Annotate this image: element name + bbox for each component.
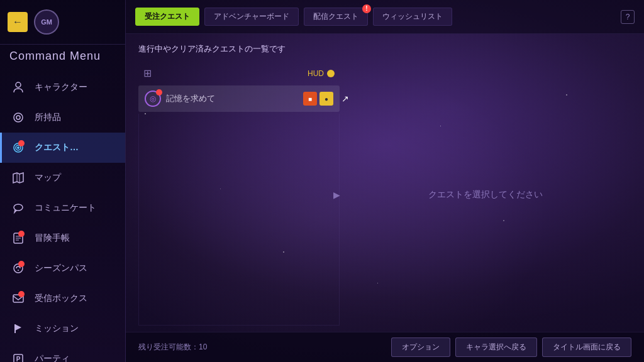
svg-point-5 <box>17 146 19 149</box>
sidebar-item-label: クエスト… <box>35 142 79 153</box>
sidebar-item-label: 所持品 <box>35 112 61 123</box>
quest-item-actions: ■ ● <box>303 92 333 106</box>
adventure-icon <box>9 229 27 247</box>
quest-icon <box>9 139 27 156</box>
sidebar-item-label: シーズンパス <box>35 263 87 274</box>
quest-scroll-area[interactable] <box>138 114 340 326</box>
sidebar: ← GM Command Menu キャラクター 所持品 <box>0 0 126 362</box>
quest-list: ⊞ HUD 記憶を求めて ■ ● <box>138 64 340 326</box>
sidebar-item-label: コミュニケート <box>35 202 96 214</box>
logo: GM <box>34 9 59 35</box>
sidebar-item-label: 受信ボックス <box>35 293 87 304</box>
grid-icon: ⊞ <box>143 67 152 79</box>
sidebar-item-label: ミッション <box>35 323 79 334</box>
sidebar-nav: キャラクター 所持品 クエスト… <box>0 72 125 362</box>
inbox-icon <box>9 290 27 307</box>
sidebar-item-inbox[interactable]: 受信ボックス <box>0 283 125 314</box>
hud-dot <box>327 70 335 77</box>
sidebar-item-season[interactable]: シーズンパス <box>0 253 125 283</box>
help-button[interactable]: ? <box>621 10 635 24</box>
character-icon <box>9 79 27 96</box>
quest-detail: ▶ クエストを選択してください <box>340 64 631 326</box>
back-button[interactable]: ← <box>8 12 28 32</box>
sidebar-item-party[interactable]: P パーティ <box>0 344 125 362</box>
page-title: Command Menu <box>0 45 125 72</box>
detail-placeholder: クエストを選択してください <box>428 189 543 200</box>
tab-delivery-quests[interactable]: 配信クエスト <box>304 8 368 26</box>
circle-button[interactable]: ● <box>319 92 333 106</box>
mission-icon <box>9 320 27 337</box>
inventory-icon <box>9 109 27 126</box>
svg-text:P: P <box>16 356 21 362</box>
quest-panel: ⊞ HUD 記憶を求めて ■ ● <box>138 64 631 326</box>
quest-badge <box>156 89 162 96</box>
svg-point-15 <box>18 270 19 271</box>
table-row[interactable]: 記憶を求めて ■ ● ↗ <box>138 85 340 112</box>
svg-marker-18 <box>15 324 21 331</box>
season-icon <box>9 260 27 277</box>
tab-wishlist[interactable]: ウィッシュリスト <box>373 8 452 26</box>
sidebar-item-adventure[interactable]: 冒険手帳 <box>0 223 125 253</box>
title-button[interactable]: タイトル画面に戻る <box>542 337 631 357</box>
square-button[interactable]: ■ <box>303 92 317 106</box>
quest-item-icon <box>145 90 161 107</box>
map-icon <box>9 169 27 187</box>
sidebar-item-mission[interactable]: ミッション <box>0 314 125 344</box>
tab-adventure-board[interactable]: アドベンチャーボード <box>204 8 299 26</box>
sidebar-item-map[interactable]: マップ <box>0 163 125 193</box>
tab-bar: 受注クエスト アドベンチャーボード 配信クエスト ウィッシュリスト ? <box>126 0 644 34</box>
svg-point-0 <box>16 82 21 87</box>
sidebar-item-character[interactable]: キャラクター <box>0 72 125 102</box>
svg-point-1 <box>14 113 23 122</box>
content-subtitle: 進行中やクリア済みクエストの一覧です <box>138 43 631 55</box>
quest-items-container: 記憶を求めて ■ ● ↗ <box>138 85 340 114</box>
sidebar-item-label: 冒険手帳 <box>35 233 70 244</box>
option-button[interactable]: オプション <box>391 337 450 357</box>
communicate-icon <box>9 199 27 217</box>
content-area: 進行中やクリア済みクエストの一覧です ⊞ HUD <box>126 34 644 332</box>
sidebar-item-communicate[interactable]: コミュニケート <box>0 193 125 223</box>
svg-point-2 <box>16 116 20 119</box>
sidebar-item-label: マップ <box>35 172 61 184</box>
svg-point-9 <box>14 204 23 211</box>
sidebar-item-label: パーティ <box>35 353 70 362</box>
sidebar-header: ← GM <box>0 0 125 45</box>
quest-item-name: 記憶を求めて <box>166 93 298 104</box>
hud-label: HUD <box>308 69 335 78</box>
tab-active-quests[interactable]: 受注クエスト <box>135 8 199 26</box>
main-content: 受注クエスト アドベンチャーボード 配信クエスト ウィッシュリスト ? 進行中や… <box>126 0 644 362</box>
sidebar-item-quest[interactable]: クエスト… <box>0 133 125 163</box>
quest-list-header: ⊞ HUD <box>138 64 340 82</box>
char-select-button[interactable]: キャラ選択へ戻る <box>455 337 537 357</box>
party-icon: P <box>9 350 27 362</box>
sidebar-item-label: キャラクター <box>35 82 87 93</box>
bottom-bar: 残り受注可能数：10 オプション キャラ選択へ戻る タイトル画面に戻る <box>126 332 644 362</box>
sidebar-item-inventory[interactable]: 所持品 <box>0 102 125 133</box>
svg-marker-6 <box>13 173 23 183</box>
bottom-buttons: オプション キャラ選択へ戻る タイトル画面に戻る <box>391 337 631 357</box>
quest-count: 残り受注可能数：10 <box>138 342 207 353</box>
chevron-right-icon: ▶ <box>333 190 340 200</box>
